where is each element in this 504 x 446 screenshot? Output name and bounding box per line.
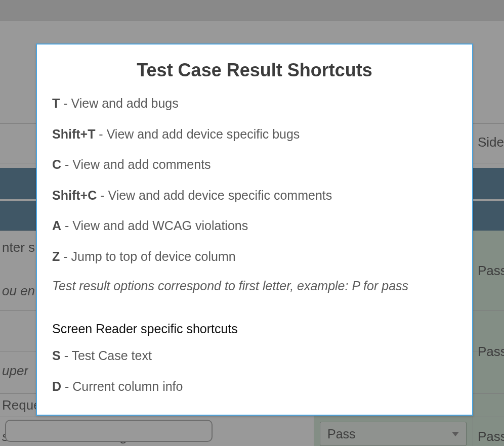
shortcut-desc: Jump to top of device column [71, 249, 236, 263]
shortcut-desc: View and add comments [72, 157, 211, 171]
shortcut-row: A - View and add WCAG violations [52, 217, 457, 234]
sr-shortcuts-heading: Screen Reader specific shortcuts [52, 322, 457, 336]
shortcut-row: D - Current column info [52, 378, 457, 395]
shortcut-key: C [52, 157, 61, 171]
shortcut-key: Z [52, 249, 60, 263]
shortcut-desc: View and add device specific bugs [107, 127, 300, 141]
shortcut-desc: View and add device specific comments [108, 188, 332, 202]
shortcut-desc: Current column info [72, 379, 183, 393]
shortcut-row: Z - Jump to top of device column [52, 248, 457, 265]
shortcut-key: T [52, 96, 60, 110]
shortcut-desc: View and add WCAG violations [72, 218, 248, 233]
shortcut-desc: Test Case text [71, 348, 151, 363]
shortcut-note: Test result options correspond to first … [52, 279, 457, 293]
shortcut-row: T - View and add bugs [52, 95, 457, 112]
modal-title: Test Case Result Shortcuts [52, 60, 457, 81]
shortcut-row: C - View and add comments [52, 156, 457, 173]
shortcut-row: S - Test Case text [52, 347, 457, 364]
shortcut-desc: View and add bugs [71, 96, 179, 110]
shortcuts-modal: Test Case Result Shortcuts T - View and … [36, 43, 473, 416]
shortcut-row: Shift+C - View and add device specific c… [52, 187, 457, 204]
shortcut-row: Shift+T - View and add device specific b… [52, 126, 457, 143]
shortcut-key: D [52, 379, 61, 393]
shortcut-key: Shift+T [52, 127, 95, 141]
shortcut-key: Shift+C [52, 188, 97, 202]
shortcut-key: S [52, 348, 61, 363]
shortcut-key: A [52, 218, 61, 233]
